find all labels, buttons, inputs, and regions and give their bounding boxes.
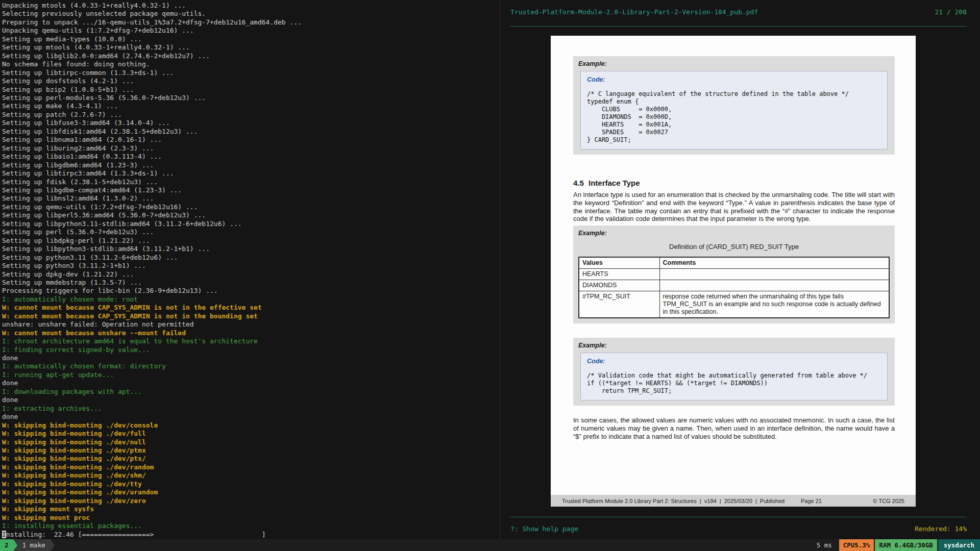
terminal-line: done [2,413,499,421]
terminal-line: Setting up media-types (10.0.0) ... [2,35,499,43]
terminal-line: Unpacking mtools (4.0.33-1+really4.0.32-… [2,2,499,10]
terminal-line: Setting up dosfstools (4.2-1) ... [2,77,499,85]
cpu-indicator: CPU5.3% [839,539,874,551]
terminal-line: Setting up patch (2.7.6-7) ... [2,111,499,119]
example-box-validation-code: Example: Code: /* Validation code that m… [573,338,895,406]
terminal-line: W: skipping bind-mounting ./dev/shm/ [2,471,499,480]
code-label: Code: [587,76,881,83]
code-text: /* C language equivalent of the structur… [587,90,881,144]
code-box: Code: /* C language equivalent of the st… [580,71,888,149]
section-number: 4.5 [573,179,589,187]
column-header: Comments [659,257,889,269]
terminal-line: W: cannot mount because CAP_SYS_ADMIN is… [2,304,499,312]
footer-page-number: Page 21 [801,498,872,504]
terminal-line: Setting up libfuse3-3:amd64 (3.14.0-4) .… [2,119,499,127]
terminal-line: W: skipping bind-mounting ./dev/null [2,438,499,446]
terminal-line: I: chroot architecture amd64 is equal to… [2,337,499,345]
terminal-line: Setting up python3 (3.11.2-1+b1) ... [2,262,499,270]
value-cell: HEARTS [579,269,659,280]
session-badge[interactable]: 2 [0,539,13,551]
terminal-line: Setting up libpython3.11-stdlib:amd64 (3… [2,220,499,228]
status-right: 5 ms CPU5.3% RAM 6.4GB/30GB sysdarch [811,539,980,551]
terminal-line: Setting up libnsl2:amd64 (1.3.0-2) ... [2,194,499,203]
pdf-page-indicator: 21 / 208 [935,8,967,16]
terminal-line: Setting up fdisk (2.38.1-5+deb12u3) ... [2,178,499,186]
footer-doc-info: Trusted Platform Module 2.0 Library Part… [562,498,801,504]
terminal-line: done [2,396,499,404]
example-box-enum-code: Example: Code: /* C language equivalent … [573,56,895,155]
tab-make[interactable]: 1 make [17,539,51,551]
terminal-line: W: skipping bind-mounting ./dev/urandom [2,488,499,496]
terminal-line: No schema files found: doing nothing. [2,60,499,68]
value-cell: #TPM_RC_SUIT [579,291,659,318]
render-status: Rendered: 14% [915,525,967,533]
terminal-line: W: skipping bind-mounting ./dev/full [2,430,499,438]
terminal-line: W: skipping bind-mounting ./dev/ptmx [2,446,499,455]
terminal-line: Setting up perl (5.36.0-7+deb12u3) ... [2,228,499,236]
terminal-line: Preparing to unpack .../16-qemu-utils_1%… [2,18,499,27]
paragraph-numeric-values: In some cases, the allowed values are nu… [573,416,895,440]
terminal-line: Setting up libaio1:amd64 (0.3.113-4) ... [2,153,499,161]
terminal-line: Setting up qemu-utils (1:7.2+dfsg-7+deb1… [2,203,499,211]
ram-indicator: RAM 6.4GB/30GB [875,539,937,551]
comment-cell [659,269,889,280]
footer-copyright: © TCG 2025 [873,498,904,504]
terminal-line: Setting up perl-modules-5.36 (5.36.0-7+d… [2,94,499,102]
terminal-line: I: downloading packages with apt... [2,388,499,396]
terminal-line: W: cannot mount because CAP_SYS_ADMIN is… [2,312,499,320]
code-text: /* Validation code that might be automat… [587,372,881,395]
terminal-line: Selecting previously unselected package … [2,10,499,18]
terminal-line: I: running apt-get update... [2,371,499,379]
terminal-line: done [2,354,499,362]
page-footer: Trusted Platform Module 2.0 Library Part… [551,495,916,507]
terminal-line: W: skipping bind-mounting ./dev/pts/ [2,455,499,463]
comment-cell: response code returned when the unmarsha… [659,291,889,318]
terminal-line: Setting up bzip2 (1.0.8-5+b1) ... [2,86,499,94]
pdf-filename: Trusted-Platform-Module-2.0-Library-Part… [510,8,758,16]
terminal-line: W: skipping mount proc [2,514,499,522]
table-row: HEARTS [579,269,889,280]
table-row: #TPM_RC_SUITresponse code returned when … [579,291,889,318]
terminal-line: Setting up libperl5.36:amd64 (5.36.0-7+d… [2,211,499,219]
terminal-line: W: cannot mount because unshare --mount … [2,329,499,337]
column-header: Values [579,257,659,269]
terminal-line: Processing triggers for libc-bin (2.36-9… [2,287,499,295]
pdf-viewer-pane[interactable]: Trusted-Platform-Module-2.0-Library-Part… [500,0,980,539]
latency-indicator: 5 ms [811,539,838,551]
section-heading: 4.5Interface Type [573,179,640,187]
pdf-top-rule [510,26,967,27]
pdf-bottom-rule [510,517,967,517]
terminal-line: Setting up dpkg-dev (1.21.22) ... [2,270,499,279]
terminal-cursor: I [2,531,6,538]
terminal-line: W: skipping bind-mounting ./dev/tty [2,480,499,488]
section-title: Interface Type [589,179,640,187]
code-box: Code: /* Validation code that might be a… [580,353,888,400]
terminal-progress-line: Installing: 22.46 [=================> ] [2,531,499,539]
terminal-line: Setting up libgdbm6:amd64 (1.23-3) ... [2,161,499,169]
terminal-line: W: skipping bind-mounting ./dev/random [2,463,499,471]
terminal-line: Setting up make (4.3-4.1) ... [2,102,499,110]
table-caption: Definition of (CARD_SUIT) RED_SUIT Type [578,243,890,251]
interface-table-body: HEARTSDIAMONDS#TPM_RC_SUITresponse code … [579,269,889,318]
value-cell: DIAMONDS [579,280,659,291]
terminal-line: Setting up libtirpc-common (1.3.3+ds-1) … [2,69,499,77]
terminal-pane[interactable]: Unpacking mtools (4.0.33-1+really4.0.32-… [0,0,499,539]
example-box-table: Example: Definition of (CARD_SUIT) RED_S… [573,226,895,323]
terminal-line: Setting up libgdbm-compat4:amd64 (1.23-3… [2,186,499,194]
terminal-line: I: extracting archives... [2,405,499,413]
powerline-arrow-icon [51,539,55,551]
terminal-line: I: installing essential packages... [2,522,499,530]
help-hint: ?: Show help page [510,525,578,533]
hostname-badge: sysdarch [938,539,980,551]
terminal-line: Setting up libglib2.0-0:amd64 (2.74.6-2+… [2,52,499,60]
terminal-line: W: skipping bind-mounting ./dev/zero [2,497,499,505]
terminal-line: unshare: unshare failed: Operation not p… [2,320,499,329]
terminal-line: done [2,379,499,387]
terminal-line: Setting up mmdebstrap (1.3.5-7) ... [2,279,499,287]
status-bar: 2 1 make 5 ms CPU5.3% RAM 6.4GB/30GB sys… [0,539,980,551]
example-label: Example: [578,60,890,67]
terminal-line: Unpacking qemu-utils (1:7.2+dfsg-7+deb12… [2,27,499,35]
powerline-arrow-icon [13,539,17,551]
interface-table-header-row: ValuesComments [579,257,889,269]
example-label: Example: [578,342,890,349]
